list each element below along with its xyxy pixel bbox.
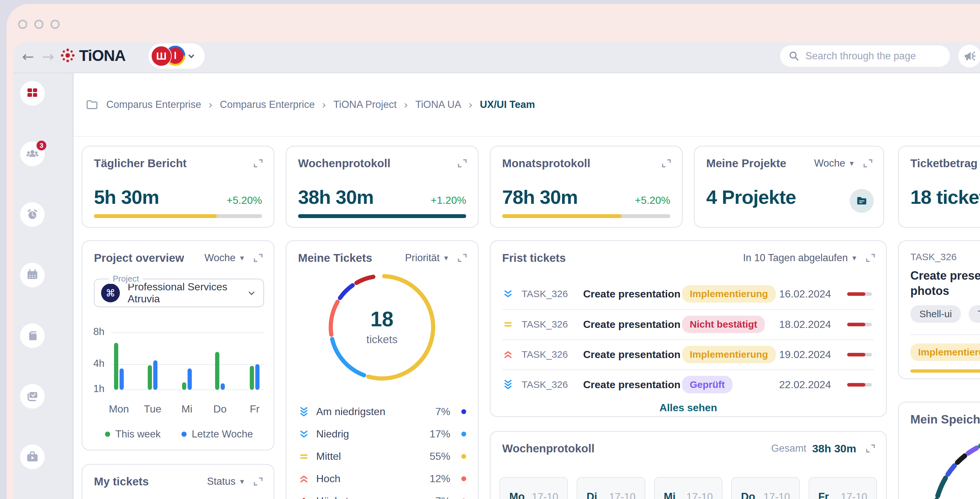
ticket-row[interactable]: TASK_326 Create presentation for ch... I…	[502, 340, 874, 369]
donut-center: 18 tickets	[324, 269, 440, 386]
card-title: Täglicher Bericht	[94, 157, 187, 170]
bar-this-week-fr	[250, 366, 254, 390]
chevron-double-up-icon	[298, 473, 310, 485]
sidebar-item-cards[interactable]	[20, 324, 45, 348]
app-logo[interactable]: TiONA	[79, 47, 126, 64]
expand-icon[interactable]	[457, 158, 468, 169]
equals-icon	[502, 319, 514, 330]
projects-period-dropdown[interactable]: Woche▾	[814, 158, 854, 169]
bar-letzte-woche-do	[221, 383, 225, 390]
frist-filter-dropdown[interactable]: In 10 Tagen abgelaufen▾	[743, 252, 856, 264]
priority-label: Niedrig	[316, 428, 423, 440]
sidebar-item-calendar[interactable]	[20, 263, 45, 287]
folder-filled-icon	[855, 194, 868, 207]
back-arrow-button[interactable]: ←	[20, 48, 36, 65]
briefcase-play-icon	[25, 450, 39, 464]
see-all-link[interactable]: Alles sehen	[490, 402, 886, 414]
priority-label: Mittel	[316, 450, 423, 462]
announcements-button[interactable]	[958, 45, 980, 67]
card-weekly-report: Wochenprotokoll 38h 30m +1.20%	[286, 146, 479, 228]
chevron-double-down-icon	[502, 288, 514, 300]
priority-label: Hoch	[316, 473, 423, 485]
project-avatar: ⌘	[101, 284, 120, 302]
expand-icon[interactable]	[865, 252, 876, 264]
expand-icon[interactable]	[457, 252, 468, 264]
tag-pill: Shell-ui	[910, 305, 961, 323]
monthly-delta: +5.20%	[635, 194, 670, 206]
expand-icon[interactable]	[660, 158, 672, 169]
legend-label: This week	[115, 428, 161, 440]
bar-letzte-woche-tue	[153, 360, 158, 390]
priority-label: Am niedrigsten	[316, 406, 429, 418]
ticket-progress	[847, 292, 872, 296]
priority-dot	[461, 432, 466, 437]
breadcrumb-item-1[interactable]: Comparus Enterprise	[106, 99, 201, 110]
expand-icon[interactable]	[252, 252, 264, 264]
window-control-1[interactable]	[18, 20, 27, 29]
forward-arrow-button[interactable]: →	[40, 48, 56, 65]
card-frist-tickets: Frist tickets In 10 Tagen abgelaufen▾ TA…	[490, 241, 887, 417]
breadcrumb-item-4[interactable]: TiONA UA	[415, 99, 461, 110]
ticket-title: Create presentation for ch...	[583, 379, 682, 391]
sidebar-item-media[interactable]	[20, 445, 45, 469]
sidebar-item-time-tracking[interactable]	[20, 202, 45, 227]
priority-pct: 12%	[430, 473, 450, 485]
card-my-projects: Meine Projekte Woche▾ 4 Projekte	[694, 146, 884, 228]
x-tick: Fr	[232, 403, 277, 415]
breadcrumb-item-3[interactable]: TiONA Project	[333, 99, 396, 110]
search-input[interactable]	[805, 50, 942, 62]
tickets-total: 18	[324, 307, 440, 331]
sidebar-item-dashboard[interactable]	[20, 81, 45, 106]
day-tile-do[interactable]: Do17-10	[731, 477, 800, 499]
equals-icon	[298, 451, 310, 462]
ticket-row[interactable]: TASK_326 Create presentation for ch... I…	[502, 279, 874, 309]
project-select-value: Professional Services Atruvia	[128, 281, 245, 305]
total-value: 38h 30m	[812, 442, 856, 455]
breadcrumb-separator: ›	[322, 98, 326, 111]
breadcrumb-item-2[interactable]: Comparus Enterprice	[220, 99, 315, 110]
card-title: Meine Tickets	[298, 252, 372, 265]
ticket-row[interactable]: TASK_326 Create presentation for ch... N…	[502, 309, 874, 339]
day-tile-di[interactable]: Di17-10	[577, 477, 645, 499]
expand-icon[interactable]	[862, 158, 874, 169]
day-tile-mi[interactable]: Mi17-10	[654, 477, 722, 499]
breadcrumb: Comparus Enterprise › Comparus Enterpric…	[74, 73, 980, 137]
my-tickets-status-dropdown[interactable]: Status▾	[207, 476, 244, 487]
expand-icon[interactable]	[865, 443, 876, 454]
task-id: TASK_326	[910, 252, 957, 263]
overview-period-dropdown[interactable]: Woche▾	[204, 252, 244, 264]
window-control-2[interactable]	[34, 20, 43, 29]
breadcrumb-separator: ›	[404, 98, 408, 111]
expand-icon[interactable]	[252, 476, 264, 487]
weekly-progress	[298, 214, 466, 218]
tickets-priority-dropdown[interactable]: Priorität▾	[405, 252, 448, 264]
sidebar-item-team[interactable]: 3	[20, 142, 45, 166]
total-label: Gesamt	[771, 443, 807, 454]
tiona-logo-icon	[60, 48, 75, 63]
breadcrumb-separator: ›	[208, 98, 213, 111]
card-ticket-amount: Ticketbetrag 18 tickets	[898, 146, 980, 228]
day-tile-fr[interactable]: Fr17-10	[809, 477, 877, 499]
expand-icon[interactable]	[252, 158, 264, 169]
search-icon	[789, 51, 800, 62]
sidebar-item-tasks[interactable]	[20, 384, 45, 408]
status-badge: Implementierung	[910, 343, 980, 361]
card-task-detail[interactable]: TASK_326 Create presentation with photos…	[898, 241, 980, 379]
card-monthly-report: Monatsprotokoll 78h 30m +5.20%	[490, 146, 682, 228]
bar-letzte-woche-mon	[119, 368, 124, 390]
projects-folder-badge	[850, 189, 874, 213]
project-overview-bar-chart: 8h 4h 1h Mon Tue Mi Do Fr This week Letz…	[93, 323, 265, 446]
day-tile-mo[interactable]: Mo17-10	[500, 477, 568, 499]
search-bar[interactable]	[780, 45, 950, 67]
card-my-tickets: My tickets Status▾	[82, 464, 274, 499]
project-select[interactable]: Project ⌘ Professional Services Atruvia	[94, 279, 264, 307]
task-tags: Shell-ui Tickets	[910, 305, 980, 323]
card-title: Wochenprotokoll	[298, 157, 390, 170]
workspace-switcher[interactable]: l Ш	[148, 43, 205, 69]
dashboard-grid-icon	[26, 87, 38, 99]
card-title: Meine Projekte	[706, 157, 786, 170]
priority-row-highest: Höchste 7%	[298, 490, 466, 499]
priority-dot	[461, 476, 466, 481]
ticket-row[interactable]: TASK_326 Create presentation for ch... G…	[502, 370, 874, 400]
window-control-3[interactable]	[51, 20, 60, 29]
